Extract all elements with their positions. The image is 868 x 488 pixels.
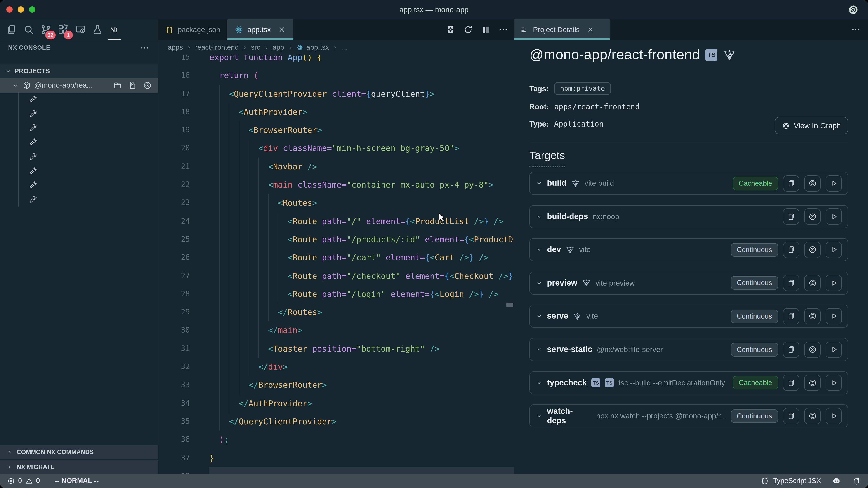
code-line[interactable]: 26 <Route path="/cart" element={<Cart />… [158, 249, 514, 267]
projects-section-header[interactable]: PROJECTS [0, 64, 158, 78]
run-target-button[interactable] [826, 341, 842, 358]
activity-item-search[interactable] [20, 20, 37, 40]
sidebar-target-build-deps[interactable]: build-deps [0, 178, 158, 193]
activity-item-testing[interactable] [89, 20, 106, 40]
run-target-button[interactable] [826, 408, 842, 424]
sidebar-section-common-nx-commands[interactable]: COMMON NX COMMANDS [0, 445, 158, 459]
split-editor-icon[interactable] [481, 25, 491, 34]
chevron-down-icon[interactable] [536, 180, 542, 187]
code-line[interactable]: 16 return ( [158, 67, 514, 85]
warning-icon[interactable] [25, 477, 33, 485]
activity-item-explorer[interactable] [3, 20, 20, 40]
go-to-file-icon[interactable] [128, 81, 137, 90]
breadcrumb-item[interactable]: apps [168, 43, 183, 52]
chevron-down-icon[interactable] [536, 313, 542, 320]
copy-button[interactable] [783, 241, 799, 258]
code-line[interactable]: 34 </AuthProvider> [158, 394, 514, 413]
code-line[interactable]: 29 </Routes> [158, 303, 514, 322]
settings-gear-icon[interactable] [848, 4, 859, 15]
copy-button[interactable] [783, 275, 799, 291]
breadcrumb-item[interactable]: ... [341, 43, 347, 52]
code-line[interactable]: 17 <QueryClientProvider client={queryCli… [158, 85, 514, 103]
code-line[interactable]: 19 <BrowserRouter> [158, 121, 514, 139]
tab-app-tsx[interactable]: app.tsx [228, 20, 293, 40]
breadcrumb-item[interactable]: src [251, 43, 260, 52]
sidebar-target-preview[interactable]: preview [0, 150, 158, 164]
code-line[interactable]: 25 <Route path="/products/:id" element={… [158, 230, 514, 249]
sidebar-target-serve[interactable]: serve [0, 121, 158, 135]
chevron-down-icon[interactable] [536, 346, 542, 353]
code-line[interactable]: 36 ); [158, 431, 514, 449]
sidebar-target-build[interactable]: build [0, 107, 158, 121]
chevron-down-icon[interactable] [536, 413, 542, 419]
sidebar-section-nx-migrate[interactable]: NX MIGRATE [0, 460, 158, 474]
project-tree-item[interactable]: @mono-app/rea... [0, 78, 158, 92]
activity-item-nx-console[interactable] [106, 20, 123, 40]
view-in-graph-button[interactable] [804, 175, 820, 191]
code-line[interactable]: 28 <Route path="/login" element={<Login … [158, 285, 514, 303]
code-line[interactable]: 32 </div> [158, 358, 514, 376]
code-line[interactable]: 23 <Routes> [158, 194, 514, 213]
target-icon[interactable] [143, 81, 152, 90]
run-target-button[interactable] [826, 208, 842, 225]
code-editor[interactable]: 15export function App() {16 return (17 <… [158, 55, 514, 474]
chevron-down-icon[interactable] [536, 280, 542, 287]
tab-package-json[interactable]: {}package.json [158, 20, 228, 40]
copy-button[interactable] [783, 208, 799, 225]
code-line[interactable]: 37} [158, 449, 514, 467]
sidebar-target-typecheck[interactable]: typecheck [0, 92, 158, 107]
copilot-icon[interactable] [832, 476, 841, 485]
activity-item-extensions[interactable]: 1 [54, 20, 71, 40]
code-line[interactable]: 31 <Toaster position="bottom-right" /> [158, 340, 514, 358]
chevron-down-icon[interactable] [536, 213, 542, 220]
chevron-down-icon[interactable] [536, 246, 542, 253]
scrollbar-thumb[interactable] [506, 303, 513, 307]
chevron-down-icon[interactable] [536, 379, 542, 386]
close-icon[interactable] [278, 25, 286, 34]
refresh-icon[interactable] [463, 25, 473, 34]
code-line[interactable]: 24 <Route path="/" element={<ProductList… [158, 212, 514, 230]
view-in-graph-button[interactable] [804, 208, 820, 225]
run-target-icon[interactable] [446, 25, 455, 34]
sidebar-target-dev[interactable]: dev [0, 135, 158, 150]
breadcrumb-item[interactable]: react-frontend [195, 43, 239, 52]
warning-count[interactable]: 0 [36, 477, 40, 485]
run-target-button[interactable] [826, 241, 842, 258]
bell-icon[interactable] [852, 476, 861, 485]
activity-item-remote[interactable] [71, 20, 89, 40]
copy-button[interactable] [783, 375, 799, 391]
run-target-button[interactable] [826, 175, 842, 191]
code-line[interactable]: 21 <Navbar /> [158, 158, 514, 176]
view-in-graph-button[interactable] [804, 341, 820, 358]
view-in-graph-button[interactable] [804, 275, 820, 291]
code-line[interactable]: 22 <main className="container mx-auto px… [158, 176, 514, 194]
copy-button[interactable] [783, 408, 799, 424]
code-line[interactable]: 27 <Route path="/checkout" element={<Che… [158, 267, 514, 285]
more-actions-icon[interactable] [851, 24, 861, 34]
code-line[interactable]: 35 </QueryClientProvider> [158, 413, 514, 431]
horizontal-scrollbar[interactable] [209, 467, 514, 474]
breadcrumb-item[interactable]: app.tsx [296, 43, 329, 52]
copy-button[interactable] [783, 308, 799, 324]
run-target-button[interactable] [826, 275, 842, 291]
more-actions-icon[interactable] [140, 43, 150, 53]
copy-button[interactable] [783, 341, 799, 358]
error-count[interactable]: 0 [18, 477, 22, 485]
view-in-graph-button[interactable] [804, 241, 820, 258]
code-line[interactable]: 20 <div className="min-h-screen bg-gray-… [158, 139, 514, 158]
code-line[interactable]: 18 <AuthProvider> [158, 103, 514, 121]
close-window-button[interactable] [6, 6, 13, 13]
sidebar-target-serve-static[interactable]: serve-static [0, 164, 158, 178]
run-target-button[interactable] [826, 308, 842, 324]
minimize-window-button[interactable] [18, 6, 24, 13]
view-in-graph-button[interactable] [804, 375, 820, 391]
more-actions-icon[interactable] [499, 25, 508, 34]
maximize-window-button[interactable] [29, 6, 35, 13]
sidebar-target-watch-deps[interactable]: watch-deps [0, 193, 158, 207]
code-line[interactable]: 30 </main> [158, 322, 514, 340]
folder-icon[interactable] [113, 81, 122, 90]
breadcrumb-item[interactable]: app [273, 43, 284, 52]
copy-button[interactable] [783, 175, 799, 191]
code-line[interactable]: 33 </BrowserRouter> [158, 376, 514, 394]
activity-item-source-control[interactable]: 32 [37, 20, 54, 40]
